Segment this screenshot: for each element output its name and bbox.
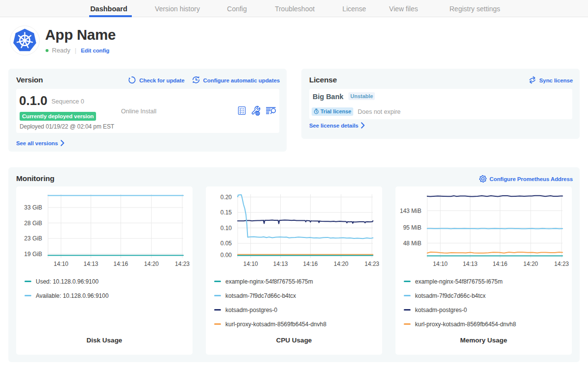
svg-text:95 MiB: 95 MiB — [403, 224, 421, 231]
svg-text:14:23: 14:23 — [175, 261, 190, 267]
svg-text:14:16: 14:16 — [113, 261, 128, 267]
svg-text:48 MiB: 48 MiB — [403, 240, 421, 247]
svg-text:14:20: 14:20 — [523, 261, 538, 267]
svg-text:14:23: 14:23 — [554, 261, 569, 267]
svg-text:0.00: 0.00 — [220, 252, 232, 259]
svg-text:14:20: 14:20 — [144, 261, 159, 267]
svg-text:19 GiB: 19 GiB — [24, 251, 42, 258]
svg-text:14:10: 14:10 — [53, 261, 68, 267]
svg-text:0.20: 0.20 — [220, 194, 232, 201]
svg-text:0.05: 0.05 — [220, 240, 232, 247]
svg-text:33 GiB: 33 GiB — [24, 204, 42, 211]
svg-text:14:20: 14:20 — [334, 261, 348, 267]
svg-text:23 GiB: 23 GiB — [24, 235, 42, 242]
svg-text:14:13: 14:13 — [463, 261, 477, 267]
svg-text:14:10: 14:10 — [243, 261, 258, 267]
svg-text:14:10: 14:10 — [433, 261, 447, 267]
svg-text:143 MiB: 143 MiB — [400, 208, 421, 214]
svg-text:0.10: 0.10 — [220, 225, 232, 232]
svg-text:28 GiB: 28 GiB — [24, 220, 42, 227]
svg-text:14:16: 14:16 — [492, 261, 507, 267]
svg-text:14:13: 14:13 — [273, 261, 288, 267]
svg-text:14:16: 14:16 — [303, 261, 318, 267]
svg-text:0.15: 0.15 — [220, 209, 232, 216]
svg-text:14:13: 14:13 — [83, 261, 98, 267]
svg-text:14:23: 14:23 — [365, 261, 379, 267]
